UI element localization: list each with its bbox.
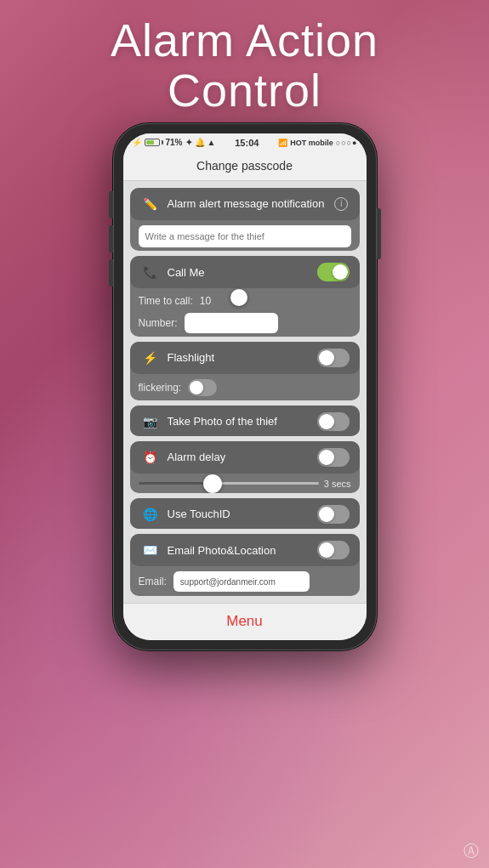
alarm-delay-header: ⏰ Alarm delay xyxy=(130,441,360,474)
call-icon: 📞 xyxy=(140,262,161,282)
touch-id-label: Use TouchID xyxy=(168,508,230,520)
email-photo-header: ✉️ Email Photo&Location xyxy=(130,534,360,566)
fingerprint-icon: 🌐 xyxy=(140,504,161,525)
nav-bar: Change passcode xyxy=(123,152,367,181)
email-row: Email: xyxy=(139,571,351,592)
email-photo-card: ✉️ Email Photo&Location Email: xyxy=(130,534,360,596)
call-me-label: Call Me xyxy=(168,266,205,279)
email-photo-header-left: ✉️ Email Photo&Location xyxy=(140,540,276,560)
time-label: Time to call: xyxy=(139,295,193,307)
watermark: Ⓐ xyxy=(463,841,479,861)
take-photo-header-left: 📷 Take Photo of the thief xyxy=(140,411,277,432)
message-icon: ✏️ xyxy=(140,194,161,214)
alarm-delay-body: 3 secs xyxy=(130,474,360,493)
touch-id-header: 🌐 Use TouchID xyxy=(130,498,360,529)
alarm-alert-header: ✏️ Alarm alert message notification i xyxy=(130,188,360,220)
flickering-toggle[interactable] xyxy=(188,379,217,396)
take-photo-header: 📷 Take Photo of the thief xyxy=(130,406,360,436)
alarm-alert-label: Alarm alert message notification xyxy=(168,197,325,210)
phone-mockup: ⚡ 71% ✦ 🔔 ▲ 15:04 📶 HOT mobile xyxy=(113,123,377,650)
flickering-row: flickering: xyxy=(139,379,351,396)
scroll-content: ✏️ Alarm alert message notification i 📞 xyxy=(123,181,367,603)
alarm-alert-body xyxy=(130,220,360,251)
email-photo-toggle[interactable] xyxy=(317,541,350,559)
number-row: Number: xyxy=(139,313,351,333)
flashlight-card: ⚡ Flashlight flickering: xyxy=(130,342,360,400)
phone-frame: ⚡ 71% ✦ 🔔 ▲ 15:04 📶 HOT mobile xyxy=(113,123,377,650)
touch-id-card: 🌐 Use TouchID xyxy=(130,498,360,529)
take-photo-label: Take Photo of the thief xyxy=(168,415,277,428)
nav-title: Change passcode xyxy=(196,159,293,173)
call-me-header-left: 📞 Call Me xyxy=(140,262,205,282)
alarm-alert-header-left: ✏️ Alarm alert message notification i xyxy=(140,194,349,214)
info-icon[interactable]: i xyxy=(334,197,348,211)
bluetooth-icon: ✦ xyxy=(185,138,192,147)
flashlight-label: Flashlight xyxy=(168,351,215,364)
take-photo-card: 📷 Take Photo of the thief xyxy=(130,406,360,436)
email-photo-body: Email: xyxy=(130,566,360,596)
email-label: Email: xyxy=(139,576,167,587)
time-slider[interactable] xyxy=(218,293,277,309)
alarm-alert-card: ✏️ Alarm alert message notification i xyxy=(130,188,360,251)
alarm-delay-card: ⏰ Alarm delay 3 secs xyxy=(130,441,360,493)
battery-indicator xyxy=(145,139,163,146)
menu-button[interactable]: Menu xyxy=(226,613,263,630)
signal-dots: ○○○● xyxy=(336,139,358,147)
call-me-card: 📞 Call Me Time to call: 10 xyxy=(130,256,360,337)
call-me-body: Time to call: 10 Number: xyxy=(130,288,360,337)
page-title: Alarm ActionControl xyxy=(111,15,378,116)
time-value: 10 xyxy=(200,295,211,307)
number-input[interactable] xyxy=(185,313,278,333)
flashlight-header: ⚡ Flashlight xyxy=(130,342,360,374)
flashlight-body: flickering: xyxy=(130,374,360,400)
alarm-delay-header-left: ⏰ Alarm delay xyxy=(140,447,226,468)
battery-percent: 71% xyxy=(166,138,183,147)
alarm-icon: ⏰ xyxy=(140,447,161,468)
alarm-delay-toggle[interactable] xyxy=(317,448,350,467)
status-time: 15:04 xyxy=(235,138,259,148)
location-icon: ▲ xyxy=(208,138,216,147)
time-to-call-row: Time to call: 10 xyxy=(139,293,351,309)
call-me-header: 📞 Call Me xyxy=(130,256,360,288)
touch-id-header-left: 🌐 Use TouchID xyxy=(140,504,230,525)
alarm-delay-label: Alarm delay xyxy=(168,451,226,463)
flickering-label: flickering: xyxy=(139,382,182,394)
email-photo-label: Email Photo&Location xyxy=(168,544,276,557)
take-photo-toggle[interactable] xyxy=(317,412,350,431)
call-me-toggle[interactable] xyxy=(317,263,350,281)
email-input[interactable] xyxy=(173,571,310,592)
phone-screen: ⚡ 71% ✦ 🔔 ▲ 15:04 📶 HOT mobile xyxy=(123,133,367,640)
email-icon: ✉️ xyxy=(140,540,161,560)
delay-slider-row: 3 secs xyxy=(139,479,351,489)
charge-icon: ⚡ xyxy=(132,138,142,147)
status-left: ⚡ 71% ✦ 🔔 ▲ xyxy=(132,138,216,147)
wifi-icon: 📶 xyxy=(278,139,287,147)
delay-secs: 3 secs xyxy=(324,479,351,489)
message-input[interactable] xyxy=(139,225,351,247)
bottom-menu: Menu xyxy=(123,603,367,640)
delay-slider[interactable] xyxy=(139,482,319,485)
camera-icon: 📷 xyxy=(140,411,161,432)
flashlight-icon: ⚡ xyxy=(140,348,161,368)
dnd-icon: 🔔 xyxy=(195,138,205,147)
touch-id-toggle[interactable] xyxy=(317,505,350,524)
carrier-name: HOT mobile xyxy=(290,139,333,147)
number-label: Number: xyxy=(139,317,178,329)
flashlight-toggle[interactable] xyxy=(317,349,350,367)
flashlight-header-left: ⚡ Flashlight xyxy=(140,348,215,368)
status-bar: ⚡ 71% ✦ 🔔 ▲ 15:04 📶 HOT mobile xyxy=(123,133,367,152)
status-right: 📶 HOT mobile ○○○● xyxy=(278,139,357,147)
